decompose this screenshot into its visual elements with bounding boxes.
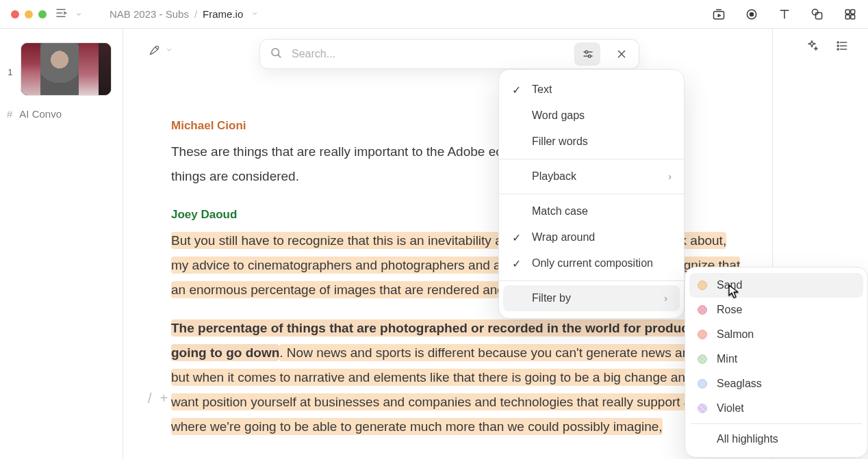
filter-by-submenu: Sand Rose Salmon Mint Seaglass Violet Al… <box>685 267 868 458</box>
titlebar-right <box>712 8 857 21</box>
filter-color-violet[interactable]: Violet <box>689 396 863 421</box>
svg-rect-13 <box>845 14 850 18</box>
filter-option-playback[interactable]: Playback› <box>499 163 684 189</box>
swatch-icon <box>698 354 707 364</box>
sidebar: 1 #AI Convo <box>0 29 123 459</box>
clip-thumbnail-row: 1 <box>7 42 112 96</box>
svg-point-25 <box>837 45 839 47</box>
search-input[interactable] <box>290 47 566 61</box>
breadcrumb-project[interactable]: NAB 2023 - Subs <box>110 8 189 20</box>
filter-option-text[interactable]: ✓Text <box>499 77 684 103</box>
media-icon[interactable] <box>712 8 726 21</box>
record-icon[interactable] <box>745 8 758 21</box>
grid-icon[interactable] <box>843 8 857 21</box>
titlebar: NAB 2023 - Subs / Frame.io <box>0 0 868 29</box>
filter-option-match-case[interactable]: Match case <box>499 198 684 224</box>
clip-thumbnail[interactable] <box>21 42 112 96</box>
svg-point-20 <box>588 55 591 57</box>
filter-all-highlights[interactable]: All highlights <box>689 427 863 451</box>
dropdown-separator <box>499 159 684 159</box>
swatch-icon <box>698 330 707 339</box>
library-icon[interactable] <box>55 7 67 22</box>
zoom-window-button[interactable] <box>38 10 47 18</box>
breadcrumb-chevron-icon[interactable] <box>251 10 258 19</box>
paragraph-gutter: / + <box>148 391 168 406</box>
filter-color-sand[interactable]: Sand <box>689 273 863 298</box>
window-controls <box>11 10 47 18</box>
swatch-icon <box>698 305 707 315</box>
svg-point-23 <box>837 42 839 43</box>
list-icon[interactable] <box>835 39 849 55</box>
svg-marker-4 <box>718 14 720 16</box>
search-filter-dropdown: ✓Text Word gaps Filler words Playback› M… <box>498 69 685 319</box>
dropdown-separator <box>499 280 684 281</box>
close-window-button[interactable] <box>11 10 19 18</box>
breadcrumb-separator: / <box>194 8 197 20</box>
svg-rect-9 <box>816 12 822 18</box>
chevron-right-icon: › <box>668 171 672 182</box>
filter-color-salmon[interactable]: Salmon <box>689 322 863 347</box>
filter-option-word-gaps[interactable]: Word gaps <box>499 103 684 129</box>
filter-color-rose[interactable]: Rose <box>689 298 863 322</box>
swatch-icon <box>698 280 707 290</box>
paragraph-3[interactable]: The percentage of things that are photog… <box>171 316 745 439</box>
filter-option-only-current[interactable]: ✓Only current composition <box>499 250 684 276</box>
filter-option-filler-words[interactable]: Filler words <box>499 129 684 155</box>
swatch-icon <box>698 404 707 413</box>
svg-point-27 <box>837 49 839 50</box>
svg-rect-14 <box>851 14 855 18</box>
text-icon[interactable] <box>778 8 791 21</box>
shapes-icon[interactable] <box>810 8 824 21</box>
svg-rect-11 <box>845 10 850 14</box>
app-window: NAB 2023 - Subs / Frame.io <box>0 0 868 459</box>
clip-label-row[interactable]: #AI Convo <box>7 108 112 120</box>
close-search-button[interactable] <box>609 42 635 66</box>
filter-toggle-button[interactable] <box>574 42 600 66</box>
search-icon <box>270 47 282 62</box>
search-bar <box>259 39 639 69</box>
svg-point-10 <box>813 9 818 14</box>
filter-option-filter-by[interactable]: Filter by› <box>503 285 680 311</box>
swatch-icon <box>698 379 707 389</box>
minimize-window-button[interactable] <box>25 10 33 18</box>
svg-point-6 <box>750 12 754 16</box>
submenu-separator <box>691 423 862 424</box>
chevron-right-icon: › <box>664 293 667 304</box>
clip-label: AI Convo <box>19 108 62 120</box>
titlebar-left: NAB 2023 - Subs / Frame.io <box>55 7 258 22</box>
chevron-down-icon[interactable] <box>75 8 82 21</box>
svg-point-18 <box>585 51 587 53</box>
clip-number: 1 <box>7 67 14 77</box>
breadcrumb: NAB 2023 - Subs / Frame.io <box>110 8 258 20</box>
svg-rect-12 <box>851 10 855 14</box>
pen-tool[interactable] <box>148 43 173 57</box>
sparkle-icon[interactable] <box>805 39 819 55</box>
breadcrumb-current[interactable]: Frame.io <box>203 8 243 20</box>
hash-icon: # <box>7 108 12 120</box>
filter-option-wrap-around[interactable]: ✓Wrap around <box>499 224 684 250</box>
filter-color-seaglass[interactable]: Seaglass <box>689 371 863 396</box>
dropdown-separator <box>499 194 684 194</box>
main-tools <box>805 39 849 55</box>
svg-line-16 <box>278 55 280 57</box>
slash-handle[interactable]: / <box>148 391 152 406</box>
add-paragraph-button[interactable]: + <box>160 391 168 406</box>
filter-color-mint[interactable]: Mint <box>689 347 863 371</box>
